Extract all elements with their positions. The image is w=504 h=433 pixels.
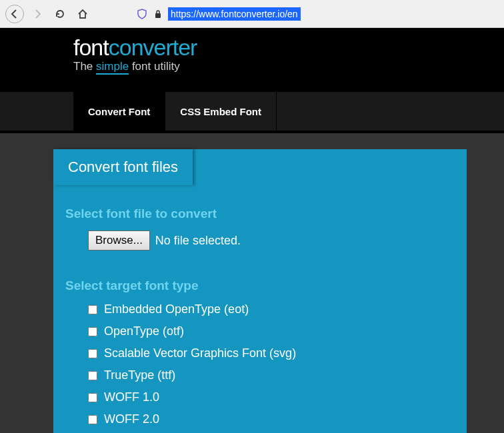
content-area: Convert font files Select font file to c… [0,133,504,433]
font-type-option[interactable]: Embedded OpenType (eot) [88,302,455,316]
font-type-option[interactable]: OpenType (otf) [88,324,455,338]
home-button[interactable] [73,5,92,23]
font-type-option[interactable]: TrueType (ttf) [88,368,455,382]
tab-label: Convert Font [88,106,150,117]
font-type-checkbox[interactable] [88,327,97,336]
font-type-checkbox[interactable] [88,371,97,380]
url-text[interactable]: https://www.fontconverter.io/en [168,7,301,21]
tab-css-embed-font[interactable]: CSS Embed Font [165,92,277,131]
font-type-label: OpenType (otf) [104,324,184,338]
logo-part-converter: converter [109,35,197,60]
file-section-label: Select font file to convert [65,207,455,221]
tagline-pre: The [73,60,96,73]
font-type-label: TrueType (ttf) [104,368,175,382]
file-status-text: No file selected. [155,234,241,248]
browser-toolbar: https://www.fontconverter.io/en [0,0,504,28]
font-type-checkbox[interactable] [88,415,97,424]
font-type-label: Embedded OpenType (eot) [104,302,249,316]
font-type-option[interactable]: WOFF 2.0 [88,412,455,426]
font-type-list: Embedded OpenType (eot) OpenType (otf) S… [88,302,455,426]
tab-convert-font[interactable]: Convert Font [73,92,165,131]
tagline: The simple font utility [73,60,504,73]
back-button[interactable] [5,5,24,23]
reload-button[interactable] [51,5,69,23]
font-type-option[interactable]: WOFF 1.0 [88,390,455,404]
site-logo[interactable]: fontconverter [73,36,504,59]
browse-button[interactable]: Browse... [88,230,150,250]
font-type-checkbox[interactable] [88,305,97,314]
forward-button[interactable] [28,5,47,23]
panel-title: Convert font files [53,149,193,185]
tab-label: CSS Embed Font [180,106,261,117]
svg-rect-0 [155,13,161,18]
font-type-label: Scalable Vector Graphics Font (svg) [104,346,296,360]
convert-panel: Convert font files Select font file to c… [53,149,467,433]
font-type-checkbox[interactable] [88,349,97,358]
font-type-label: WOFF 1.0 [104,390,159,404]
main-nav: Convert Font CSS Embed Font [0,92,504,131]
logo-part-font: font [73,35,109,60]
page-header: fontconverter The simple font utility [0,28,504,92]
type-section-label: Select target font type [65,278,455,293]
shield-icon [136,8,148,20]
lock-icon [152,8,164,20]
url-bar[interactable]: https://www.fontconverter.io/en [136,7,499,21]
font-type-label: WOFF 2.0 [104,412,159,426]
font-type-checkbox[interactable] [88,393,97,402]
tagline-emphasis: simple [96,60,129,75]
panel-body: Select font file to convert Browse... No… [53,185,467,433]
file-picker-row: Browse... No file selected. [88,230,455,250]
font-type-option[interactable]: Scalable Vector Graphics Font (svg) [88,346,455,360]
tagline-post: font utility [129,60,180,73]
